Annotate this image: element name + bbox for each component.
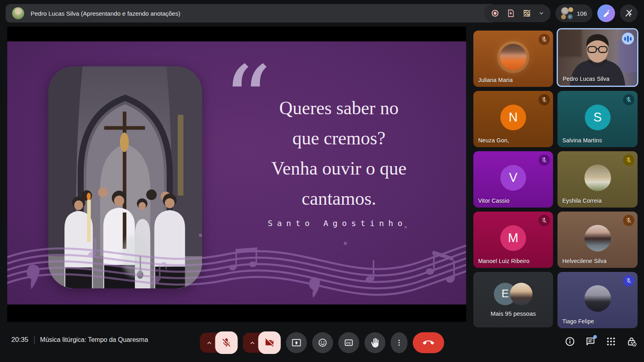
- more-options-button[interactable]: [391, 332, 408, 353]
- participant-count: 106: [577, 10, 587, 17]
- reactions-button[interactable]: [312, 332, 333, 353]
- participant-name: Helvecilene Silva: [562, 258, 607, 264]
- hand-icon: [370, 338, 380, 348]
- avatar: [510, 283, 533, 305]
- participant-name: Neuza Gon,: [478, 137, 509, 144]
- captions-button[interactable]: CC: [339, 332, 359, 353]
- mic-off-icon: [221, 337, 232, 348]
- panel-buttons: [565, 336, 637, 347]
- mic-off-icon: [623, 154, 634, 166]
- record-icon: [491, 9, 500, 18]
- activities-button[interactable]: [606, 336, 616, 347]
- top-bar: Pedro Lucas Silva (Apresentando e fazend…: [0, 0, 644, 26]
- transcript-icon: [506, 9, 515, 18]
- chat-notification-dot: [593, 335, 597, 339]
- participant-name: Vitor Cassio: [478, 197, 510, 204]
- participant-tile[interactable]: S Salvina Martins: [557, 91, 638, 147]
- avatar: V: [500, 165, 526, 191]
- participant-name: Salvina Martins: [562, 137, 602, 144]
- pointer-off-icon: [624, 8, 634, 18]
- presentation-stage: “ Queres saber no que cremos? Venha ouvi…: [7, 27, 466, 322]
- mic-off-icon: [539, 34, 550, 45]
- participant-name: Eyshila Correia: [562, 197, 602, 204]
- presenter-label: Pedro Lucas Silva (Apresentando e fazend…: [31, 10, 180, 17]
- participant-name: Juliana Maria: [478, 77, 513, 83]
- info-icon: [565, 336, 575, 347]
- chat-button[interactable]: [585, 336, 596, 347]
- avatar: [584, 285, 611, 312]
- google-meet-window: Pedro Lucas Silva (Apresentando e fazend…: [0, 0, 644, 362]
- avatar: [500, 44, 526, 70]
- quote-line: Venha ouvir o que: [254, 153, 423, 183]
- chevron-up-icon: [249, 340, 255, 346]
- mic-off-icon: [623, 215, 634, 226]
- presenter-banner[interactable]: Pedro Lucas Silva (Apresentando e fazend…: [6, 4, 496, 23]
- quote-line: Queres saber no: [254, 93, 423, 123]
- participant-name: Pedro Lucas Silva: [563, 76, 609, 82]
- presenter-avatar: [12, 7, 24, 19]
- mic-off-icon: [539, 94, 550, 105]
- mic-off-icon: [623, 94, 634, 105]
- top-right-controls: E 106: [484, 4, 638, 23]
- mic-off-icon: [539, 154, 550, 166]
- speaking-indicator-icon: [622, 33, 634, 45]
- mic-off-icon: [623, 275, 634, 286]
- grid-off-icon: [522, 8, 532, 18]
- bottom-bar: 20:35 Música litúrgica: Tempo da Quaresm…: [0, 326, 644, 362]
- chevron-down-icon[interactable]: [539, 10, 544, 16]
- host-controls-button[interactable]: [626, 336, 637, 347]
- lock-icon: [626, 336, 637, 347]
- slide-quote: Queres saber no que cremos? Venha ouvir …: [254, 93, 423, 214]
- call-end-icon: [423, 337, 434, 348]
- divider: [34, 335, 35, 344]
- svg-text:CC: CC: [346, 341, 351, 345]
- camera-toggle-button[interactable]: [258, 331, 281, 354]
- overflow-avatars: E: [494, 283, 533, 305]
- participant-tile[interactable]: Eyshila Correia: [557, 151, 638, 208]
- participant-tile[interactable]: Juliana Maria: [473, 31, 553, 87]
- participant-name: Manoel Luiz Ribeiro: [478, 258, 530, 264]
- participant-tile[interactable]: Tiago Felipe: [557, 272, 638, 328]
- cc-icon: CC: [344, 338, 354, 348]
- participant-name: Tiago Felipe: [562, 318, 594, 325]
- avatar: [584, 165, 611, 191]
- avatar: M: [500, 225, 526, 251]
- videocam-off-icon: [264, 337, 275, 348]
- more-participants-label: Mais 95 pessoas: [491, 310, 536, 317]
- quote-line: cantamos.: [254, 183, 423, 214]
- raise-hand-button[interactable]: [365, 332, 386, 353]
- mic-control-group: [200, 331, 238, 354]
- leave-call-button[interactable]: [413, 332, 444, 353]
- mic-toggle-button[interactable]: [215, 331, 238, 354]
- presentation-slide: “ Queres saber no que cremos? Venha ouvi…: [7, 41, 466, 304]
- quote-line: que cremos?: [254, 123, 423, 153]
- avatar: S: [585, 105, 611, 130]
- more-participants-tile[interactable]: E Mais 95 pessoas: [473, 272, 553, 327]
- participant-tile[interactable]: V Vitor Cassio: [473, 151, 553, 208]
- more-vert-icon: [395, 339, 403, 347]
- participant-tile[interactable]: Helvecilene Silva: [557, 212, 638, 268]
- participant-tile[interactable]: N Neuza Gon,: [473, 91, 553, 147]
- meeting-status-pill[interactable]: [484, 4, 551, 22]
- meeting-title: Música litúrgica: Tempo da Quaresma: [40, 336, 148, 343]
- chevron-up-icon: [206, 340, 212, 346]
- avatar: N: [500, 105, 526, 130]
- apps-grid-icon: [606, 336, 616, 347]
- info-button[interactable]: [565, 336, 575, 347]
- participant-tile[interactable]: M Manoel Luiz Ribeiro: [473, 212, 553, 268]
- camera-control-group: [243, 331, 281, 354]
- participant-tile-speaking[interactable]: Pedro Lucas Silva: [557, 28, 638, 87]
- annotation-pen-icon: [601, 8, 611, 18]
- present-icon: [292, 338, 301, 348]
- meeting-info: 20:35 Música litúrgica: Tempo da Quaresm…: [11, 335, 148, 344]
- emoji-icon: [318, 338, 328, 348]
- participant-avatars: E: [561, 7, 573, 19]
- present-button[interactable]: [286, 332, 307, 353]
- music-staff-decoration: [7, 211, 466, 304]
- annotation-pen-button[interactable]: [597, 4, 615, 22]
- clock: 20:35: [11, 336, 29, 344]
- mic-off-icon: [539, 215, 550, 226]
- pointer-off-button[interactable]: [620, 4, 638, 22]
- participant-count-pill[interactable]: E 106: [555, 4, 592, 22]
- avatar: [584, 225, 611, 251]
